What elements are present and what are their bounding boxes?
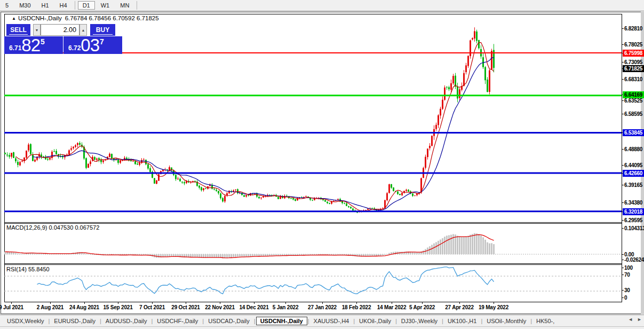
candle[interactable] — [414, 195, 416, 196]
candle[interactable] — [145, 160, 147, 164]
candle[interactable] — [312, 200, 313, 200]
volume-input[interactable]: 2.00 — [41, 24, 79, 36]
candle[interactable] — [425, 157, 426, 168]
candle[interactable] — [465, 65, 467, 72]
candle[interactable] — [117, 160, 119, 163]
candle[interactable] — [401, 193, 403, 195]
candle[interactable] — [90, 161, 91, 164]
candle[interactable] — [352, 209, 354, 211]
candle[interactable] — [350, 207, 352, 208]
candle[interactable] — [77, 143, 78, 145]
candle[interactable] — [94, 157, 96, 160]
candle[interactable] — [149, 168, 151, 172]
candle[interactable] — [474, 31, 475, 38]
candle[interactable] — [408, 190, 409, 191]
candle[interactable] — [470, 41, 471, 57]
tab-scroll-right-icon[interactable]: ► — [637, 317, 642, 322]
candle[interactable] — [431, 136, 433, 146]
candle[interactable] — [491, 51, 492, 69]
candle[interactable] — [356, 212, 358, 213]
candle[interactable] — [450, 83, 452, 90]
main-price-pane[interactable] — [4, 27, 495, 213]
candle[interactable] — [467, 56, 469, 66]
candle[interactable] — [102, 160, 104, 162]
candle[interactable] — [213, 189, 215, 190]
candle[interactable] — [177, 178, 179, 179]
candle[interactable] — [120, 160, 121, 163]
candle[interactable] — [224, 196, 226, 202]
candle[interactable] — [205, 189, 206, 189]
candle[interactable] — [324, 200, 326, 202]
candle[interactable] — [314, 199, 315, 200]
sell-button[interactable]: SELL — [6, 24, 30, 36]
candle[interactable] — [115, 160, 117, 160]
candle[interactable] — [258, 197, 260, 198]
candle[interactable] — [32, 155, 34, 161]
candle[interactable] — [198, 186, 200, 188]
candle[interactable] — [28, 145, 29, 151]
candle[interactable] — [440, 109, 441, 116]
candle[interactable] — [134, 161, 136, 164]
candle[interactable] — [367, 209, 369, 210]
sell-price-box[interactable]: 6.71 82 5 — [4, 36, 63, 54]
candle[interactable] — [143, 160, 145, 160]
candle[interactable] — [19, 162, 21, 165]
candle[interactable] — [15, 158, 17, 161]
candle[interactable] — [484, 67, 486, 81]
candle[interactable] — [132, 161, 134, 162]
candle[interactable] — [391, 184, 392, 188]
candle[interactable] — [11, 153, 12, 156]
candle[interactable] — [260, 198, 262, 198]
candle[interactable] — [476, 32, 478, 41]
candle[interactable] — [181, 182, 183, 182]
candle[interactable] — [292, 198, 294, 199]
candle[interactable] — [446, 87, 448, 88]
rsi-pane[interactable] — [4, 267, 622, 294]
candle[interactable] — [6, 155, 8, 155]
candle[interactable] — [192, 181, 194, 182]
candle[interactable] — [263, 197, 264, 198]
candle[interactable] — [254, 194, 256, 194]
candle[interactable] — [290, 198, 292, 199]
candle[interactable] — [429, 146, 431, 148]
candle[interactable] — [179, 179, 181, 182]
candle[interactable] — [406, 190, 407, 191]
candle[interactable] — [79, 143, 81, 145]
candle[interactable] — [478, 40, 480, 48]
candle[interactable] — [399, 194, 401, 195]
candle[interactable] — [169, 167, 170, 170]
candle[interactable] — [139, 162, 140, 164]
candle[interactable] — [397, 191, 399, 194]
candle[interactable] — [346, 203, 347, 206]
candle[interactable] — [388, 184, 390, 193]
candle[interactable] — [305, 196, 307, 197]
candle[interactable] — [21, 161, 23, 161]
candle[interactable] — [147, 164, 149, 168]
candle[interactable] — [111, 154, 113, 159]
candle[interactable] — [329, 203, 330, 203]
candle[interactable] — [75, 145, 76, 147]
candle[interactable] — [34, 160, 36, 161]
candle[interactable] — [344, 203, 345, 203]
candle[interactable] — [459, 89, 460, 98]
candle[interactable] — [393, 187, 394, 191]
candle[interactable] — [327, 202, 328, 203]
candle[interactable] — [341, 201, 343, 203]
candle[interactable] — [348, 206, 349, 207]
candle[interactable] — [235, 190, 236, 190]
candle[interactable] — [457, 87, 458, 98]
candle[interactable] — [85, 158, 87, 168]
volume-increase-button[interactable]: ▲ — [79, 24, 87, 36]
candle[interactable] — [487, 80, 488, 92]
candle[interactable] — [386, 193, 388, 200]
candle[interactable] — [220, 193, 221, 198]
candle[interactable] — [472, 38, 473, 39]
candle[interactable] — [175, 175, 177, 179]
candle[interactable] — [17, 162, 19, 165]
candle[interactable] — [88, 164, 89, 168]
candle[interactable] — [109, 154, 110, 157]
candle[interactable] — [154, 178, 155, 184]
candle[interactable] — [427, 148, 428, 157]
candle[interactable] — [49, 158, 51, 160]
candle[interactable] — [482, 57, 484, 67]
